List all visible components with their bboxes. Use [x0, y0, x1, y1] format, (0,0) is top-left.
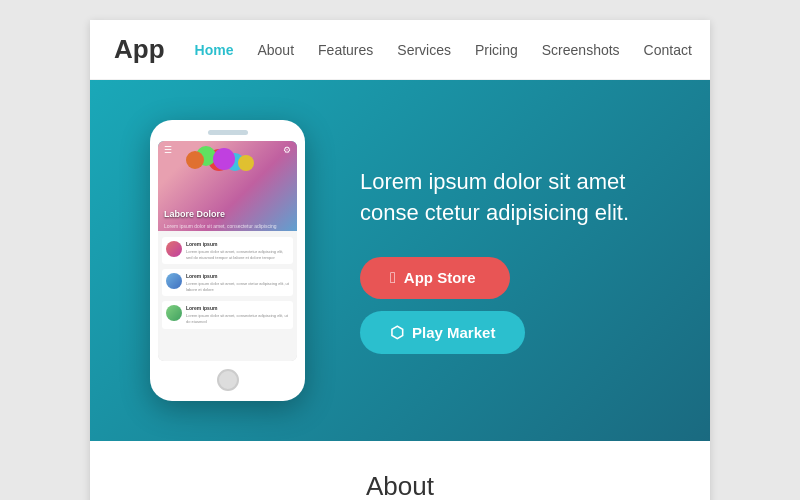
phone-content-area: Lorem ipsum Lorem ipsum dolor sit amet, …: [158, 231, 297, 361]
nav-link-about[interactable]: About: [257, 42, 294, 58]
phone-card-2-title: Lorem ipsum: [186, 273, 289, 279]
phone-screen: ☰ ⚙ Labore Dolore Lorem ipsum dolor sit …: [158, 141, 297, 361]
phone-card-2-body: Lorem ipsum dolor sit amet, conse ctetur…: [186, 281, 289, 292]
android-icon: ⬡: [390, 323, 404, 342]
phone-card-2: Lorem ipsum Lorem ipsum dolor sit amet, …: [162, 269, 293, 296]
navbar: App Home About Features Services Pricing…: [90, 20, 710, 80]
phone-mockup: ☰ ⚙ Labore Dolore Lorem ipsum dolor sit …: [150, 120, 310, 401]
hero-section: ☰ ⚙ Labore Dolore Lorem ipsum dolor sit …: [90, 80, 710, 441]
appstore-button[interactable]:  App Store: [360, 257, 510, 299]
phone-screen-header: ☰ ⚙: [158, 141, 297, 159]
phone-gear-icon: ⚙: [283, 145, 291, 155]
about-title: About: [114, 471, 686, 500]
phone-card-1-title: Lorem ipsum: [186, 241, 289, 247]
phone-avatar-1: [166, 241, 182, 257]
about-section: About: [90, 441, 710, 500]
apple-icon: : [390, 269, 396, 287]
phone-menu-icon: ☰: [164, 145, 172, 155]
phone-hero-subtitle: Lorem ipsum dolor sit amet, consectetur …: [164, 223, 277, 229]
appstore-label: App Store: [404, 269, 476, 286]
phone-outer: ☰ ⚙ Labore Dolore Lorem ipsum dolor sit …: [150, 120, 305, 401]
phone-card-1-body: Lorem ipsum dolor sit amet, consectetur …: [186, 249, 289, 260]
phone-card-3-title: Lorem ipsum: [186, 305, 289, 311]
hero-text: Lorem ipsum dolor sit amet conse ctetur …: [360, 167, 670, 354]
phone-speaker: [208, 130, 248, 135]
nav-links: Home About Features Services Pricing Scr…: [195, 41, 692, 59]
nav-link-contact[interactable]: Contact: [644, 42, 692, 58]
playmarket-label: Play Market: [412, 324, 495, 341]
nav-link-services[interactable]: Services: [397, 42, 451, 58]
phone-avatar-3: [166, 305, 182, 321]
nav-logo: App: [114, 34, 165, 65]
phone-card-3-body: Lorem ipsum dolor sit amet, consectetur …: [186, 313, 289, 324]
nav-link-pricing[interactable]: Pricing: [475, 42, 518, 58]
playmarket-button[interactable]: ⬡ Play Market: [360, 311, 525, 354]
phone-hero-title: Labore Dolore: [164, 209, 225, 219]
phone-card-1: Lorem ipsum Lorem ipsum dolor sit amet, …: [162, 237, 293, 264]
phone-card-3: Lorem ipsum Lorem ipsum dolor sit amet, …: [162, 301, 293, 328]
page-wrapper: App Home About Features Services Pricing…: [90, 20, 710, 500]
phone-avatar-2: [166, 273, 182, 289]
phone-home-button: [217, 369, 239, 391]
nav-link-features[interactable]: Features: [318, 42, 373, 58]
nav-link-home[interactable]: Home: [195, 42, 234, 58]
hero-buttons:  App Store ⬡ Play Market: [360, 257, 670, 354]
nav-link-screenshots[interactable]: Screenshots: [542, 42, 620, 58]
hero-heading: Lorem ipsum dolor sit amet conse ctetur …: [360, 167, 670, 229]
